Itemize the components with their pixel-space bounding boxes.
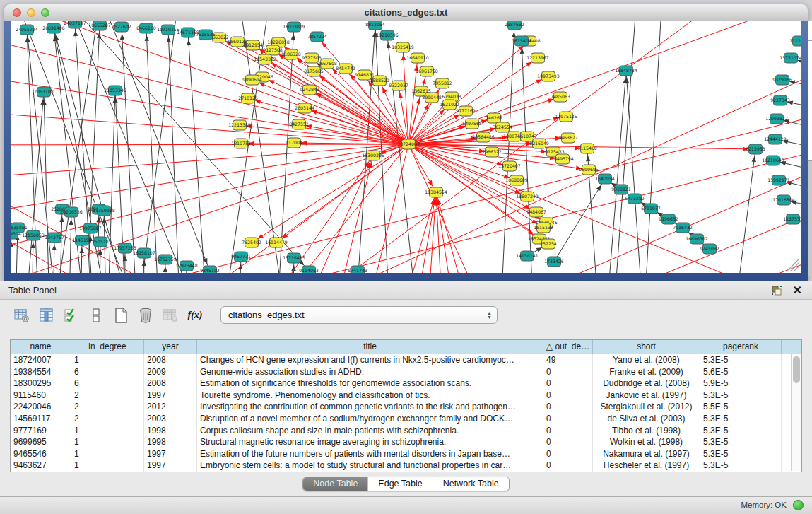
table-cell[interactable]: 1998 — [144, 425, 197, 437]
table-cell[interactable]: 0 — [543, 413, 593, 425]
table-cell[interactable]: 9777169 — [11, 425, 71, 437]
table-cell[interactable]: 6 — [71, 366, 144, 378]
table-cell[interactable]: 1997 — [144, 460, 197, 472]
table-cell[interactable]: Dudbridge et al. (2008) — [593, 378, 700, 390]
table-cell[interactable]: 1998 — [144, 436, 197, 448]
table-cell[interactable]: 1997 — [144, 390, 197, 402]
table-cell[interactable]: 0 — [543, 378, 593, 390]
table-cell[interactable]: Yano et al. (2008) — [593, 354, 700, 366]
table-cell[interactable]: 2003 — [144, 413, 197, 425]
table-select-dropdown[interactable]: citations_edges.txt ▲▼ — [220, 306, 498, 324]
table-cell[interactable]: Wolkin et al. (1998) — [593, 436, 700, 448]
table-cell[interactable]: 0 — [543, 366, 593, 378]
table-cell[interactable]: 22420046 — [11, 401, 71, 413]
table-cell[interactable]: Tibbo et al. (1998) — [593, 425, 700, 437]
table-row[interactable]: 911546021997Tourette syndrome. Phenomeno… — [11, 390, 801, 402]
function-builder-button[interactable]: f(x) — [186, 306, 204, 325]
table-cell[interactable]: Investigating the contribution of common… — [197, 401, 543, 413]
resize-grip-icon[interactable] — [787, 259, 799, 271]
table-cell[interactable]: 5.3E-5 — [700, 413, 782, 425]
table-cell[interactable]: Nakamura et al. (1997) — [593, 448, 700, 460]
table-cell[interactable]: Estimation of significance thresholds fo… — [197, 378, 543, 390]
table-cell[interactable]: 18724007 — [11, 354, 71, 366]
table-cell[interactable]: 5.3E-5 — [700, 460, 782, 472]
table-cell[interactable]: 0 — [543, 448, 593, 460]
table-cell[interactable]: 5.3E-5 — [700, 390, 782, 402]
table-cell[interactable]: Hescheler et al. (1997) — [593, 460, 700, 472]
table-row[interactable]: 946554611997Estimation of the future num… — [11, 448, 801, 460]
table-cell[interactable]: Embryonic stem cells: a model to study s… — [197, 460, 543, 472]
graph-edge[interactable] — [602, 71, 626, 273]
column-header-title[interactable]: title — [197, 340, 543, 354]
table-cell[interactable]: 5.3E-5 — [700, 354, 782, 366]
table-cell[interactable]: Corpus callosum shape and size in male p… — [197, 425, 543, 437]
table-cell[interactable]: 0 — [543, 460, 593, 472]
tab-edge-table[interactable]: Edge Table — [368, 477, 433, 491]
table-cell[interactable]: Jankovic et al. (1997) — [593, 390, 700, 402]
column-header-short[interactable]: short — [593, 340, 700, 354]
table-cell[interactable]: 19384554 — [11, 366, 71, 378]
table-cell[interactable]: Structural magnetic resonance image aver… — [197, 436, 543, 448]
scrollbar-thumb[interactable] — [793, 356, 800, 383]
table-cell[interactable]: 0 — [543, 436, 593, 448]
table-cell[interactable]: 6 — [71, 378, 144, 390]
table-row[interactable]: 969969511998Structural magnetic resonanc… — [11, 436, 801, 448]
table-cell[interactable]: Franke et al. (2009) — [593, 366, 700, 378]
graph-edge[interactable] — [168, 30, 182, 273]
table-row[interactable]: 1938455462009Genome-wide association stu… — [11, 366, 801, 378]
table-cell[interactable]: Tourette syndrome. Phenomenology and cla… — [197, 390, 543, 402]
graph-edge[interactable] — [459, 233, 801, 273]
table-row[interactable]: 1872400712008Changes of HCN gene express… — [11, 354, 801, 366]
table-cell[interactable]: 1 — [71, 354, 144, 366]
table-cell[interactable]: 1 — [71, 448, 144, 460]
table-cell[interactable]: 9699695 — [11, 436, 71, 448]
graph-edge[interactable] — [352, 25, 375, 273]
table-cell[interactable]: 5.3E-5 — [700, 448, 782, 460]
delete-table-button[interactable] — [161, 306, 180, 325]
table-row[interactable]: 977716911998Corpus callosum shape and si… — [11, 425, 801, 437]
table-cell[interactable]: 5.3E-5 — [700, 436, 782, 448]
table-cell[interactable]: 2 — [71, 390, 144, 402]
table-cell[interactable]: 2 — [71, 413, 144, 425]
graph-edge[interactable] — [403, 47, 408, 144]
table-cell[interactable]: 1 — [71, 436, 144, 448]
table-cell[interactable]: 2 — [71, 401, 144, 413]
graph-edge[interactable] — [385, 192, 436, 273]
graph-edge[interactable] — [11, 144, 408, 180]
graph-edge[interactable] — [188, 33, 211, 273]
table-cell[interactable]: 2012 — [144, 401, 197, 413]
table-options-button[interactable] — [13, 306, 31, 325]
graph-edge[interactable] — [554, 179, 605, 262]
table-row[interactable]: 1830029562008Estimation of significance … — [11, 378, 801, 390]
tab-node-table[interactable]: Node Table — [303, 477, 368, 491]
table-cell[interactable]: Genome-wide association studies in ADHD. — [197, 366, 543, 378]
show-columns-button[interactable] — [37, 306, 56, 325]
graph-edge[interactable] — [54, 28, 145, 273]
table-cell[interactable]: 0 — [543, 390, 593, 402]
graph-edge[interactable] — [44, 92, 51, 273]
column-header-in_degree[interactable]: in_degree — [71, 340, 144, 354]
table-cell[interactable]: 1 — [71, 425, 144, 437]
table-cell[interactable]: 2008 — [144, 378, 197, 390]
table-cell[interactable]: 2008 — [144, 354, 197, 366]
column-header-out_de[interactable]: △ out_de… — [543, 340, 593, 354]
table-row[interactable]: 1456911722003Disruption of a novel membe… — [11, 413, 801, 425]
table-cell[interactable]: de Silva et al. (2003) — [593, 413, 700, 425]
table-cell[interactable]: Disruption of a novel member of a sodium… — [197, 413, 543, 425]
table-cell[interactable]: 49 — [543, 354, 593, 366]
table-cell[interactable]: 14569117 — [11, 413, 71, 425]
column-header-name[interactable]: name — [11, 340, 71, 354]
table-cell[interactable]: 1 — [71, 460, 144, 472]
delete-column-button[interactable] — [136, 306, 155, 325]
graph-edge[interactable] — [248, 98, 408, 144]
column-header-pagerank[interactable]: pagerank — [700, 340, 782, 354]
graph-edge[interactable] — [297, 141, 801, 273]
table-cell[interactable]: 0 — [543, 425, 593, 437]
close-panel-icon[interactable]: ✕ — [793, 284, 802, 297]
new-column-button[interactable] — [112, 306, 130, 325]
graph-edge[interactable] — [252, 144, 408, 243]
table-cell[interactable]: 18300295 — [11, 378, 71, 390]
table-cell[interactable]: 5.3E-5 — [700, 425, 782, 437]
table-cell[interactable]: Stergiakouli et al. (2012) — [593, 401, 700, 413]
table-row[interactable]: 2242004622012Investigating the contribut… — [11, 401, 801, 413]
